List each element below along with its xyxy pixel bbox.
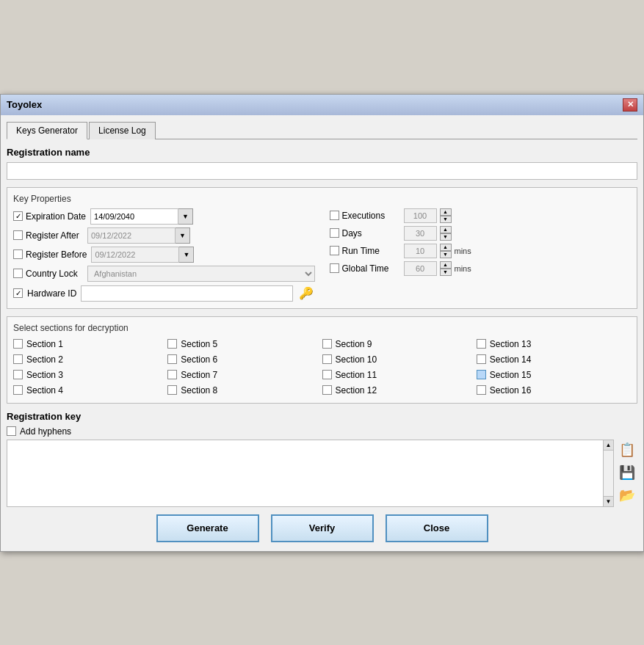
section-10-checkbox[interactable] [322,354,332,364]
hardware-id-input[interactable] [81,285,292,302]
expiration-date-dropdown-btn[interactable]: ▼ [178,208,193,225]
executions-row: Executions ▲ ▼ [330,208,632,223]
register-before-input[interactable] [91,247,179,263]
section-9-checkbox[interactable] [322,339,332,349]
days-spinner-group: ▲ ▼ [440,226,452,241]
tab-bar: Keys Generator License Log [7,121,637,139]
copy-icon-btn[interactable]: 📋 [617,440,637,460]
country-lock-label: Country Lock [13,269,83,279]
days-up-btn[interactable]: ▲ [440,226,452,233]
section-13-checkbox[interactable] [477,339,486,349]
executions-up-btn[interactable]: ▲ [440,208,452,216]
reg-key-icon-buttons: 📋 💾 📂 [617,440,637,507]
run-time-row: Run Time ▲ ▼ mins [330,244,632,258]
run-time-checkbox[interactable] [330,246,339,255]
list-item: Section 10 [322,353,477,366]
country-lock-checkbox[interactable] [13,269,23,278]
global-time-label: Global Time [330,263,399,274]
section-11-checkbox[interactable] [322,370,332,379]
list-item: Section 12 [322,384,477,397]
sections-box: Select sections for decryption Section 1… [7,316,637,404]
window-close-button[interactable]: ✕ [623,98,637,112]
window-content: Keys Generator License Log Registration … [1,115,643,551]
run-time-down-btn[interactable]: ▼ [440,251,452,258]
section-4-label: Section 4 [26,385,63,396]
global-time-up-btn[interactable]: ▲ [440,261,452,269]
days-down-btn[interactable]: ▼ [440,233,452,241]
section-7-checkbox[interactable] [167,370,177,379]
global-time-row: Global Time ▲ ▼ mins [330,261,632,276]
global-time-checkbox[interactable] [330,263,339,273]
list-item: Section 8 [167,384,322,397]
list-item: Section 16 [477,384,631,397]
register-before-row: Register Before ▼ [13,247,315,263]
register-after-checkbox[interactable] [13,230,23,240]
hardware-id-icon[interactable]: 🔑 [297,285,315,302]
section-1-checkbox[interactable] [13,339,23,349]
country-lock-select[interactable]: Afghanistan [87,266,315,282]
executions-checkbox[interactable] [330,211,339,220]
scroll-up-btn[interactable]: ▲ [604,440,613,451]
reg-key-scrollbar: ▲ ▼ [603,440,613,506]
generate-button[interactable]: Generate [156,514,259,542]
verify-button[interactable]: Verify [271,514,374,542]
register-before-dropdown-btn[interactable]: ▼ [179,247,194,263]
section-8-checkbox[interactable] [167,385,177,395]
executions-down-btn[interactable]: ▼ [440,216,452,223]
key-props-right: Executions ▲ ▼ [330,208,632,302]
global-time-spinner-group: ▲ ▼ [440,261,452,276]
registration-name-input[interactable] [7,162,637,180]
save-icon-btn[interactable]: 💾 [617,462,637,483]
register-before-checkbox[interactable] [13,249,23,259]
run-time-up-btn[interactable]: ▲ [440,244,452,251]
tab-keys-generator[interactable]: Keys Generator [7,122,87,139]
list-item: Section 7 [167,368,322,382]
section-12-checkbox[interactable] [322,385,332,395]
section-16-checkbox[interactable] [477,385,486,395]
executions-spinner-group: ▲ ▼ [440,208,452,223]
scroll-down-btn[interactable]: ▼ [604,496,613,506]
global-time-down-btn[interactable]: ▼ [440,269,452,276]
section-3-checkbox[interactable] [13,370,23,379]
expiration-date-input[interactable] [90,208,178,225]
section-7-label: Section 7 [181,370,217,380]
list-item: Section 2 [13,353,167,366]
register-after-input[interactable] [87,227,176,244]
run-time-unit: mins [455,247,471,255]
expiration-date-checkbox[interactable]: ✓ [13,211,23,221]
section-6-checkbox[interactable] [167,354,177,364]
tab-license-log[interactable]: License Log [89,122,156,139]
add-hyphens-checkbox[interactable] [7,426,16,436]
registration-key-title: Registration key [7,411,637,422]
section-15-checkbox[interactable] [477,370,486,379]
key-properties-box: Key Properties ✓ Expiration Date ▼ [7,187,637,309]
days-input[interactable] [404,226,437,241]
section-4-checkbox[interactable] [13,385,23,395]
register-after-dropdown-btn[interactable]: ▼ [176,227,190,244]
registration-key-textarea[interactable] [7,440,603,506]
key-props-left: ✓ Expiration Date ▼ Register After [13,208,315,302]
window-title: Toyolex [7,99,42,110]
section-14-label: Section 14 [490,354,532,365]
list-item: Section 9 [322,338,477,351]
close-button[interactable]: Close [386,514,488,542]
sections-grid: Section 1 Section 5 Section 9 Section 13 [13,338,631,397]
list-item: Section 4 [13,384,167,397]
days-checkbox[interactable] [330,228,339,238]
global-time-input[interactable] [404,261,437,276]
section-12-label: Section 12 [336,385,377,396]
run-time-input[interactable] [404,244,437,258]
section-2-checkbox[interactable] [13,354,23,364]
section-16-label: Section 16 [490,385,532,396]
hardware-id-checkbox[interactable]: ✓ [13,288,23,298]
section-14-checkbox[interactable] [477,354,486,364]
expiration-date-input-group: ▼ [90,208,193,225]
run-time-label: Run Time [330,246,399,256]
section-5-checkbox[interactable] [167,339,177,349]
days-spinner: ▲ ▼ [404,226,452,241]
executions-input[interactable] [404,208,437,223]
bottom-buttons: Generate Verify Close [7,507,637,545]
add-icon-btn[interactable]: 📂 [617,485,637,506]
main-window: Toyolex ✕ Keys Generator License Log Reg… [0,94,644,552]
list-item: Section 6 [167,353,322,366]
